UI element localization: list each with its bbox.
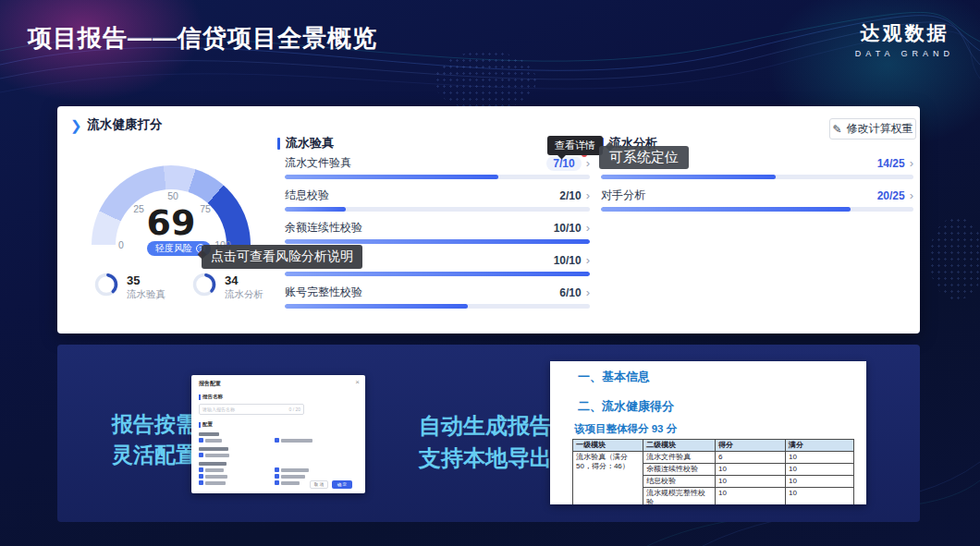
config-section-label: 配置: [199, 421, 213, 428]
verify-column-header: 流水验真: [277, 135, 334, 152]
checkbox-item: [275, 437, 312, 442]
edit-weights-label: 修改计算权重: [847, 121, 913, 137]
dialog-title: 报告配置: [199, 380, 221, 388]
metric-label: 账号完整性校验: [285, 285, 559, 300]
table-row: 流水验真（满分50，得分：46） 流水文件验真 6 10: [573, 452, 854, 464]
checkbox-item: [199, 473, 227, 478]
substat-ring: [191, 272, 217, 297]
checkbox-item: [275, 467, 309, 471]
char-counter: 0 / 20: [288, 406, 300, 412]
edit-weights-button[interactable]: ✎ 修改计算权重: [829, 118, 916, 140]
substat-value: 35: [127, 273, 140, 287]
progress-fill: [601, 175, 776, 179]
overall-score-line: 该项目整体得分 93 分: [574, 422, 677, 436]
metric-label: 对手分析: [601, 188, 877, 203]
checkbox-icon: [199, 453, 203, 457]
group-label: [199, 431, 219, 435]
checkbox-icon: [199, 474, 203, 479]
metric-label: 流水文件验真: [285, 155, 546, 171]
chevron-right-icon[interactable]: ›: [586, 222, 590, 234]
brand-logo-en: DATA GRAND: [855, 49, 954, 58]
checkbox-icon: [275, 474, 279, 479]
checkbox-icon: [199, 467, 203, 472]
report-heading-2: 二、流水健康得分: [578, 398, 674, 415]
brand-logo-cn: 达观数据: [855, 20, 954, 46]
group-label: [199, 460, 227, 465]
progress-row[interactable]: 流水文件验真 7/10 ›: [285, 156, 590, 179]
dashboard-panel: ❯ 流水健康打分 ✎ 修改计算权重 0 25 50 75 100 69 轻度风险…: [57, 106, 920, 334]
cancel-button: 取 消: [310, 480, 328, 489]
checkbox-item: [275, 479, 300, 484]
detail-tooltip: 查看详情: [547, 136, 603, 155]
metric-label: 结息校验: [285, 188, 559, 203]
checkbox-icon: [199, 480, 203, 485]
metric-score: 7/10: [546, 156, 581, 171]
progress-row[interactable]: 账号完整性校验 6/10 ›: [285, 285, 590, 309]
checkbox-icon: [275, 438, 279, 443]
report-heading-1: 一、基本信息: [578, 369, 650, 385]
confirm-button: 确 定: [332, 480, 352, 489]
progress-fill: [601, 207, 851, 212]
progress-track: [285, 175, 590, 179]
substat-value: 34: [225, 273, 238, 287]
metric-score: 20/25: [877, 189, 905, 202]
progress-track: [285, 304, 590, 309]
locate-tooltip: 可系统定位: [599, 146, 689, 169]
progress-fill: [285, 175, 498, 179]
progress-fill: [285, 239, 590, 244]
section-arrow-icon: ❯: [70, 118, 82, 132]
progress-fill: [285, 272, 590, 276]
progress-row[interactable]: 结息校验 2/10 ›: [285, 188, 590, 212]
slide: 项目报告——信贷项目全景概览 达观数据 DATA GRAND ❯ 流水健康打分 …: [0, 0, 980, 546]
progress-track: [285, 239, 590, 244]
substat-label: 流水验真: [127, 288, 165, 301]
metric-score: 2/10: [559, 189, 581, 202]
substat-ring: [93, 272, 119, 297]
close-icon: ×: [355, 378, 360, 386]
chevron-right-icon[interactable]: ›: [910, 189, 913, 201]
progress-track: [285, 272, 590, 276]
header-bar-icon: [277, 138, 280, 150]
input-placeholder: 请输入报告名称: [202, 406, 235, 412]
score-table: 一级模块 二级模块 得分 满分 流水验真（满分50，得分：46） 流水文件验真 …: [572, 439, 854, 504]
chevron-right-icon[interactable]: ›: [586, 189, 590, 201]
chevron-right-icon[interactable]: ›: [586, 254, 590, 266]
checkbox-item: [199, 467, 224, 471]
progress-fill: [285, 304, 468, 309]
bottom-band: 报告按需 灵活配置 报告配置 × 报告名称 请输入报告名称 0 / 20 配置: [57, 345, 920, 522]
checkbox-item: [275, 473, 305, 478]
group-label: [199, 445, 228, 450]
progress-track: [601, 207, 913, 212]
metric-score: 10/10: [554, 254, 582, 267]
report-name-input: 请输入报告名称 0 / 20: [199, 404, 304, 415]
report-config-dialog-screenshot: 报告配置 × 报告名称 请输入报告名称 0 / 20 配置 取 消 确 定: [191, 375, 365, 493]
checkbox-icon: [275, 467, 279, 472]
section-header: ❯ 流水健康打分: [70, 116, 163, 133]
checkbox-icon: [275, 480, 279, 485]
progress-track: [285, 207, 590, 212]
chevron-right-icon[interactable]: ›: [586, 157, 590, 169]
gauge-tick: 50: [162, 190, 184, 201]
table-header-row: 一级模块 二级模块 得分 满分: [573, 440, 854, 452]
group-cell: 流水验真（满分50，得分：46）: [573, 452, 643, 505]
checkbox-item: [199, 452, 229, 456]
progress-row[interactable]: 对手分析 20/25 ›: [601, 188, 913, 212]
progress-track: [601, 175, 913, 179]
progress-fill: [285, 207, 346, 212]
metric-label: 余额连续性校验: [285, 220, 554, 236]
chevron-right-icon[interactable]: ›: [910, 157, 913, 169]
risk-level-label: 轻度风险: [155, 242, 192, 255]
metric-score: 10/10: [554, 222, 582, 235]
checkbox-item: [199, 479, 226, 484]
gauge-value: 69: [91, 202, 251, 243]
section-title: 流水健康打分: [88, 116, 163, 133]
risk-tooltip: 点击可查看风险分析说明: [202, 245, 362, 269]
checkbox-icon: [199, 438, 203, 443]
page-title: 项目报告——信贷项目全景概览: [28, 22, 377, 55]
progress-row[interactable]: 余额连续性校验 10/10 ›: [285, 221, 590, 244]
checkbox-item: [199, 437, 222, 442]
chevron-right-icon[interactable]: ›: [586, 286, 590, 298]
brand-logo: 达观数据 DATA GRAND: [855, 20, 954, 58]
metric-score: 6/10: [559, 286, 581, 299]
pencil-icon: ✎: [832, 123, 841, 136]
